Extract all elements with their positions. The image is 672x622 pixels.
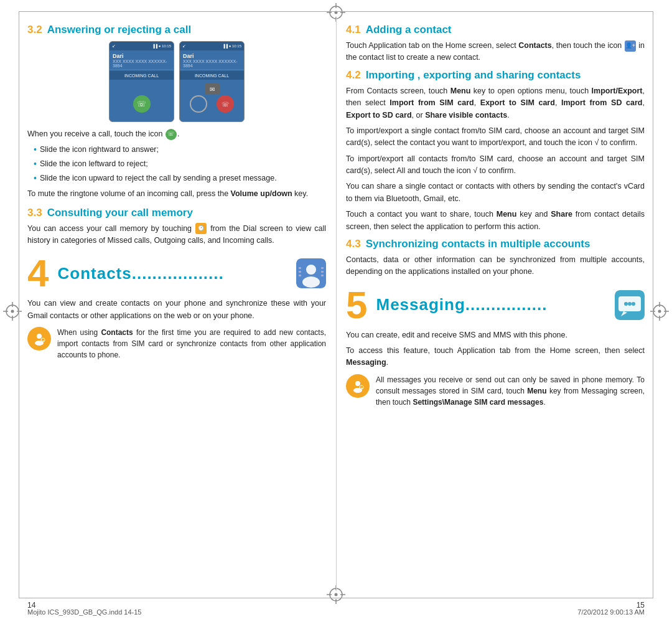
phone-screen-1: ↙▐▐ ● 10:15 Dari XXX XXXX XXXX XXXXXX-38… [109,41,174,122]
phone-screen-2: ↙▐▐ ● 10:15 Dari XXX XXXX XXXX XXXXXX-38… [179,41,245,122]
svg-rect-28 [299,271,301,273]
section-33-header: 3.3 Consulting your call memory [27,207,326,219]
footer-filename: Mojito ICS_993D_GB_QG.indd 14-15 [27,608,141,616]
chapter-4-block: 4 Contacts.................. [27,254,326,293]
chapter-4-title: Contacts.................. [57,264,223,283]
phone-action-bar-1: INCOMING CALL [110,71,174,80]
compass-left-icon [2,301,22,321]
phone-caller-2: Dari XXX XXXX XXXX XXXXXX-3894 [180,50,244,70]
svg-point-23 [658,309,661,313]
section-33-num: 3.3 [27,207,42,219]
reject-btn-2 [190,95,207,113]
section-32-volume: To mute the ringtone volume of an incomi… [27,188,326,200]
section-43-body: Contacts, data or other information can … [346,254,645,278]
phone-action-bar-2: INCOMING CALL [180,71,244,80]
section-42-p2: To import/export a single contact from/t… [346,125,645,149]
phone-btn-row-2: ☏ [180,93,244,115]
footer-date: 7/20/2012 9:00:13 AM [577,608,645,616]
contacts-info-icon: + [27,327,51,351]
phone-btn-row-1: ☏ [110,93,174,115]
left-column: 3.2 Answering or rejecting a call ↙▐▐ ● … [27,17,326,591]
page-border-right [653,11,653,598]
contacts-info-box: + When using Contacts for the first time… [27,327,326,360]
footer: Mojito ICS_993D_GB_QG.indd 14-15 7/20/20… [27,608,645,616]
add-contact-icon: 👤+ [625,40,636,52]
section-41-header: 4.1 Adding a contact [346,24,645,36]
svg-point-33 [37,334,42,339]
chapter-5-body2: To access this feature, touch Applicatio… [346,345,645,369]
phone-screenshots: ↙▐▐ ● 10:15 Dari XXX XXXX XXXX XXXXXX-38… [27,41,326,122]
chapter-5-title: Messaging................ [376,295,547,314]
section-42-p5: Touch a contact you want to share, touch… [346,209,645,233]
messaging-info-box: + All messages you receive or send out c… [346,374,645,408]
chapter-4-num: 4 [27,254,49,293]
section-41-title: Adding a contact [366,24,452,36]
section-32-title: Answering or rejecting a call [47,24,191,36]
section-32-body: When you receive a call, touch the icon … [27,128,326,140]
svg-text:+: + [42,339,45,342]
phone-caller-1: Dari XXX XXXX XXXX XXXXXX-3894 [110,50,174,70]
right-column: 4.1 Adding a contact Touch Application t… [346,17,645,591]
history-icon: 🕐 [195,223,207,234]
svg-text:+: + [361,386,363,390]
svg-rect-27 [299,267,301,269]
section-32-header: 3.2 Answering or rejecting a call [27,24,326,36]
bullet-1: • Slide the icon rightward to answer; [34,144,326,156]
section-32-num: 3.2 [27,24,42,36]
section-42-header: 4.2 Importing , exporting and sharing co… [346,69,645,82]
contacts-info-text: When using Contacts for the first time y… [57,327,326,360]
svg-point-11 [335,593,338,596]
section-41-body: Touch Application tab on the Home screen… [346,40,645,64]
svg-point-39 [624,302,628,306]
section-41-num: 4.1 [346,24,361,36]
section-43-header: 4.3 Synchronizing contacts in multiple a… [346,238,645,250]
svg-rect-29 [299,275,301,276]
chapter-5-block: 5 Messaging................ [346,286,645,324]
svg-rect-32 [321,275,324,276]
section-43-num: 4.3 [346,238,361,250]
page-border-top [19,11,653,12]
messaging-info-text: All messages you receive or send out can… [376,374,645,408]
svg-point-43 [355,381,360,386]
bullet-2: • Slide the icon leftward to reject; [34,158,326,171]
section-43-title: Synchronizing contacts in multiple accou… [366,238,590,250]
page-border-bottom [19,598,653,598]
svg-point-17 [11,309,14,313]
messaging-chapter-icon [615,290,645,320]
section-42-num: 4.2 [346,69,361,82]
section-33-title: Consulting your call memory [47,207,193,219]
svg-point-25 [306,265,316,275]
page-border-left [19,11,19,598]
chapter-5-num: 5 [346,286,367,324]
section-42-p1: From Contacts screen, touch Menu key to … [346,85,645,121]
answer-btn-1: ☏ [133,95,151,113]
chapter-5-body1: You can create, edit and receive SMS and… [346,329,645,341]
phone-icon-inline: ☏ [166,129,177,140]
phone-status-bar-2: ↙▐▐ ● 10:15 [180,42,244,50]
svg-point-40 [628,302,632,306]
section-32-bullets: • Slide the icon rightward to answer; • … [34,144,326,184]
end-btn-2: ☏ [217,95,234,113]
messaging-info-icon: + [346,374,370,398]
svg-point-41 [632,302,635,306]
chapter-4-body: You can view and create contacts on your… [27,298,326,322]
contacts-chapter-icon [296,258,326,288]
section-42-p4: You can share a single contact or contac… [346,181,645,205]
bullet-3: • Slide the icon upward to reject the ca… [34,172,326,185]
section-33-body: You can access your call memory by touch… [27,223,326,247]
section-42-p3: To import/export all contacts from/to SI… [346,153,645,177]
svg-rect-31 [321,271,324,273]
svg-point-26 [302,276,320,288]
phone-status-bar-1: ↙▐▐ ● 10:15 [110,42,174,50]
svg-rect-30 [321,267,324,269]
section-42-title: Importing , exporting and sharing contac… [366,69,581,82]
